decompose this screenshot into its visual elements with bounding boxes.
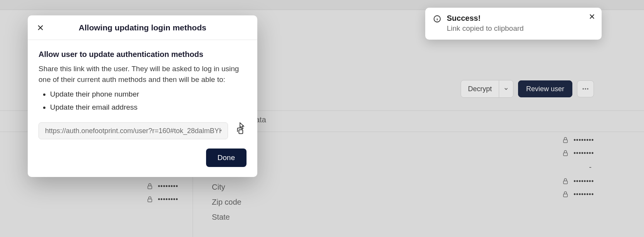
left-masked-values: •••••••• •••••••• [146, 183, 178, 203]
empty-value: - [562, 163, 592, 172]
masked-row: •••••••• [562, 150, 594, 157]
lock-icon [146, 196, 153, 203]
masked-row: •••••••• [562, 137, 594, 144]
address-labels: City Zip code State [212, 183, 242, 222]
decrypt-split-button[interactable]: Decrypt [461, 80, 513, 98]
modal-title: Allowing updating login methods [35, 23, 250, 32]
svg-rect-6 [564, 153, 568, 156]
bullet-phone: Update their phone number [50, 88, 247, 101]
more-actions-button[interactable] [577, 80, 594, 97]
lock-icon [562, 150, 569, 157]
bullet-email: Update their email address [50, 101, 247, 114]
svg-point-2 [587, 88, 588, 89]
close-icon [589, 13, 595, 20]
close-icon [37, 24, 44, 32]
masked-value: •••••••• [158, 183, 178, 190]
svg-rect-11 [239, 130, 243, 134]
masked-row: •••••••• [146, 183, 178, 190]
chevron-down-icon[interactable] [499, 80, 513, 97]
lock-icon [562, 191, 569, 198]
svg-rect-4 [148, 199, 152, 202]
info-icon [433, 15, 441, 23]
toast-message: Link copied to clipboard [447, 24, 594, 33]
page-actions: Decrypt Review user [461, 80, 594, 98]
share-link-input[interactable] [39, 122, 228, 139]
review-user-button[interactable]: Review user [518, 80, 572, 97]
ellipsis-icon [582, 85, 589, 93]
svg-point-0 [583, 88, 584, 89]
label-city: City [212, 183, 242, 192]
masked-row: •••••••• [562, 178, 594, 185]
label-zip: Zip code [212, 198, 242, 207]
modal-footer: Done [28, 149, 257, 177]
svg-rect-7 [564, 181, 568, 184]
share-link-row [39, 122, 247, 139]
close-button[interactable] [35, 22, 46, 33]
modal-subtitle: Allow user to update authentication meth… [39, 50, 247, 59]
masked-value: •••••••• [574, 178, 594, 185]
copy-icon [236, 127, 244, 135]
svg-point-1 [585, 88, 586, 89]
modal-body: Allow user to update authentication meth… [28, 40, 257, 149]
masked-value: •••••••• [574, 191, 594, 198]
lock-icon [146, 183, 153, 190]
toast-close-button[interactable] [589, 13, 595, 20]
copy-link-button[interactable] [233, 124, 247, 137]
masked-row: •••••••• [562, 191, 594, 198]
lock-icon [562, 178, 569, 185]
svg-rect-3 [148, 186, 152, 189]
svg-rect-5 [564, 140, 568, 143]
modal-header: Allowing updating login methods [28, 15, 257, 40]
success-toast: Success! Link copied to clipboard [425, 8, 602, 40]
svg-rect-8 [564, 194, 568, 197]
modal-description: Share this link with the user. They will… [39, 63, 247, 85]
modal-bullet-list: Update their phone number Update their e… [39, 88, 247, 114]
right-masked-values: •••••••• •••••••• - •••••••• •••••••• [562, 137, 594, 198]
masked-value: •••••••• [574, 150, 594, 157]
toast-body: Success! Link copied to clipboard [447, 14, 594, 33]
masked-value: •••••••• [158, 196, 178, 203]
lock-icon [562, 137, 569, 144]
done-button[interactable]: Done [206, 149, 247, 167]
label-state: State [212, 213, 242, 222]
masked-row: •••••••• [146, 196, 178, 203]
masked-value: •••••••• [574, 137, 594, 144]
update-login-methods-modal: Allowing updating login methods Allow us… [28, 15, 257, 177]
decrypt-button-label: Decrypt [461, 80, 499, 97]
toast-title: Success! [447, 14, 594, 23]
